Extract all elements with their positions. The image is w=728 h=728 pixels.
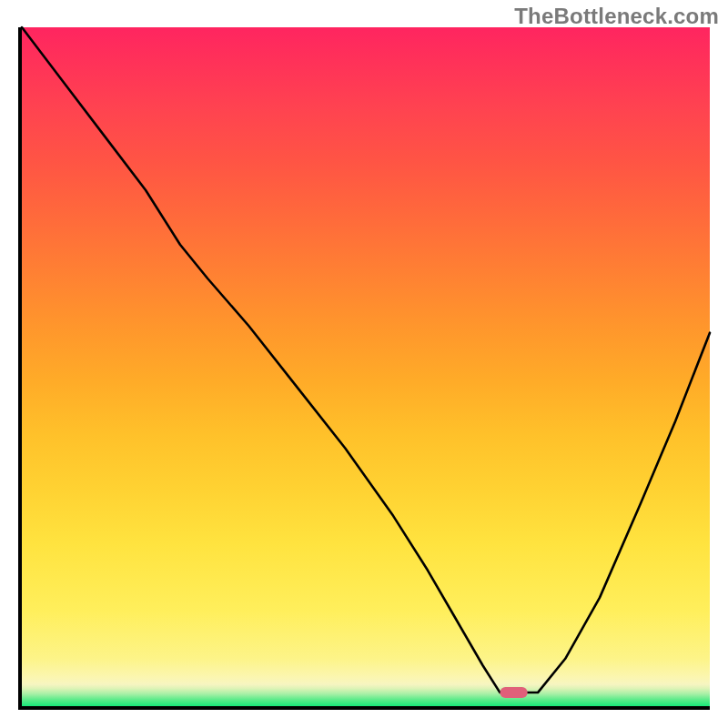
optimal-marker — [500, 687, 527, 698]
plot-area — [18, 27, 710, 710]
chart-svg — [22, 27, 710, 706]
watermark-text: TheBottleneck.com — [514, 4, 719, 29]
bottleneck-curve — [22, 27, 710, 693]
